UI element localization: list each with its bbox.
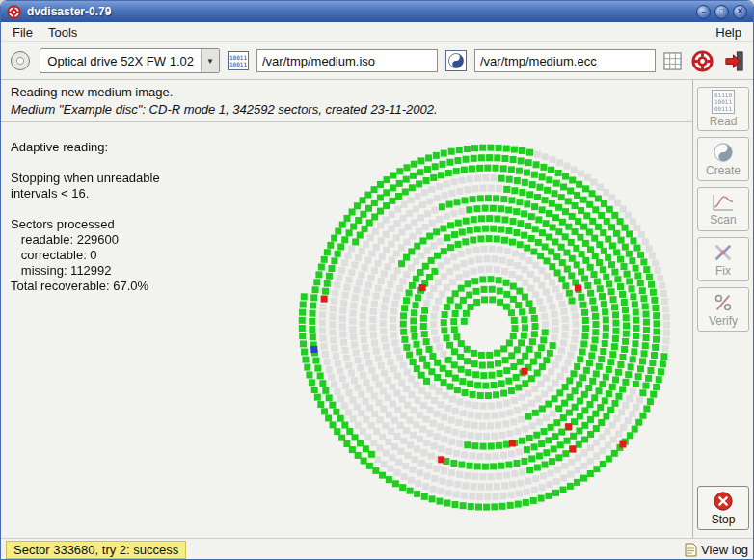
ecc-file-button[interactable] [445, 50, 467, 71]
status-line-1: Reading new medium image. [11, 85, 683, 99]
view-log-label: View log [701, 543, 748, 557]
toolbar-right [663, 50, 745, 72]
read-icon: 01110 10011 00111 [712, 90, 735, 114]
preferences-button[interactable] [663, 52, 682, 70]
scan-icon [712, 193, 735, 212]
left-pane: Reading new medium image. Medium "Exampl… [1, 80, 693, 538]
status-message: Sector 333680, try 2: success [6, 541, 186, 559]
info-line: Stopping when unreadable [11, 171, 160, 186]
log-icon [685, 543, 697, 557]
help-button[interactable] [691, 50, 714, 72]
statusbar: Sector 333680, try 2: success View log [1, 538, 753, 560]
titlebar: dvdisaster-0.79 – □ ✕ [1, 1, 753, 22]
quit-button[interactable] [723, 50, 745, 72]
stop-button-label: Stop [712, 513, 736, 526]
create-button-label: Create [706, 164, 741, 177]
minimize-icon: – [701, 8, 705, 15]
fix-button[interactable]: Fix [697, 237, 749, 281]
info-line: correctable: 0 [11, 248, 160, 263]
close-icon: ✕ [737, 8, 743, 15]
close-button[interactable]: ✕ [733, 5, 747, 19]
toolbar: Optical drive 52X FW 1.02 ▼ 10011 10011 [1, 42, 753, 80]
fix-button-label: Fix [715, 264, 731, 278]
disc-drive-icon [9, 49, 32, 72]
stop-button[interactable]: Stop [697, 486, 749, 530]
info-line: Adaptive reading: [11, 140, 160, 155]
create-icon [713, 142, 734, 163]
drive-dropdown-value: Optical drive 52X FW 1.02 [47, 54, 194, 68]
main-area: Reading new medium image. Medium "Exampl… [1, 80, 753, 538]
read-button[interactable]: 01110 10011 00111 Read [697, 87, 749, 131]
menu-file[interactable]: File [5, 23, 40, 41]
info-line: readable: 229600 [11, 232, 160, 248]
create-button[interactable]: Create [697, 137, 749, 181]
verify-button[interactable]: Verify [697, 287, 749, 332]
drive-select-button[interactable] [9, 47, 32, 74]
maximize-icon: □ [719, 8, 724, 15]
minimize-button[interactable]: – [696, 5, 711, 19]
fix-icon [713, 242, 734, 263]
view-log-button[interactable]: View log [685, 543, 748, 557]
drive-dropdown[interactable]: Optical drive 52X FW 1.02 ▼ [40, 48, 220, 73]
menu-tools[interactable]: Tools [40, 23, 85, 41]
scan-button[interactable]: Scan [697, 187, 749, 231]
app-window: dvdisaster-0.79 – □ ✕ File Tools Help Op… [0, 0, 754, 560]
stop-icon [713, 491, 734, 512]
info-line: Total recoverable: 67.0% [11, 279, 160, 294]
visualization-area: Adaptive reading: Stopping when unreadab… [1, 122, 692, 538]
scan-button-label: Scan [710, 213, 736, 227]
operation-status: Reading new medium image. Medium "Exampl… [1, 80, 692, 122]
verify-button-label: Verify [709, 314, 738, 328]
window-title: dvdisaster-0.79 [27, 5, 111, 18]
preferences-icon [663, 52, 682, 70]
iso-file-button[interactable]: 10011 10011 [228, 51, 249, 70]
info-line [11, 155, 160, 171]
info-line: Sectors processed [11, 217, 160, 232]
lifebuoy-icon [691, 50, 714, 72]
maximize-button[interactable]: □ [714, 5, 729, 19]
window-controls: – □ ✕ [696, 5, 747, 19]
ecc-path-input[interactable] [474, 49, 656, 72]
iso-file-icon: 10011 10011 [228, 51, 249, 70]
reading-info: Adaptive reading: Stopping when unreadab… [11, 140, 160, 294]
info-line: missing: 112992 [11, 263, 160, 279]
app-logo-icon[interactable] [7, 5, 21, 19]
quit-icon [723, 50, 745, 72]
chevron-down-icon: ▼ [201, 49, 219, 72]
ecc-file-icon [445, 50, 467, 71]
read-button-label: Read [710, 115, 738, 128]
status-line-2: Medium "Example disc": CD-R mode 1, 3425… [11, 102, 683, 117]
verify-icon [713, 292, 734, 313]
iso-path-input[interactable] [256, 49, 438, 72]
action-sidebar: 01110 10011 00111 Read Create [693, 80, 753, 538]
info-line [11, 201, 160, 217]
menubar: File Tools Help [1, 22, 753, 42]
info-line: intervals < 16. [11, 186, 160, 201]
menu-help[interactable]: Help [708, 23, 749, 41]
